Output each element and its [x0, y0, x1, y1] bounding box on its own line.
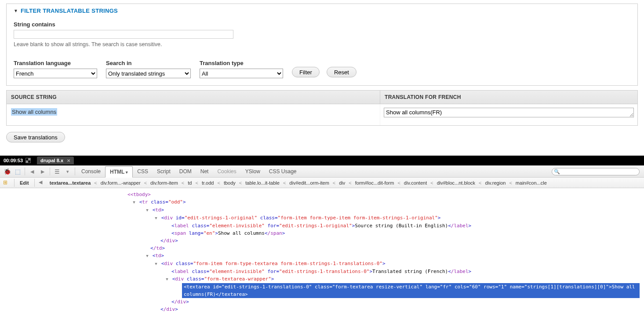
- timer: 00:09:53: [0, 158, 34, 163]
- source-string-cell: Show all columns: [7, 104, 380, 125]
- bc-item[interactable]: div: [336, 180, 348, 186]
- bc-item[interactable]: div.form-item: [148, 180, 181, 186]
- bc-item[interactable]: td: [185, 180, 194, 186]
- firebug-window-tabs: 00:09:53 drupal 8.x ✕: [0, 156, 644, 165]
- tab-html[interactable]: HTML▾: [105, 166, 133, 178]
- bc-item[interactable]: div.content: [401, 180, 429, 186]
- filter-fieldset: ▼ FILTER TRANSLATABLE STRINGS String con…: [6, 4, 638, 86]
- search-in-select[interactable]: Only translated strings: [106, 69, 191, 78]
- tab-net[interactable]: Net: [196, 166, 213, 177]
- th-translation: TRANSLATION FOR FRENCH: [380, 91, 637, 104]
- bc-item[interactable]: main#con...cle: [513, 180, 549, 186]
- search-in-label: Search in: [106, 60, 191, 66]
- bc-edit[interactable]: Edit: [17, 180, 32, 186]
- breadcrumb-bar: ⊞ Edit ◀ textarea...textarea< div.form..…: [0, 178, 644, 188]
- page-tab-label: drupal 8.x: [40, 158, 63, 163]
- th-source-string: SOURCE STRING: [7, 91, 380, 104]
- breadcrumb-trail: textarea...textarea< div.form...-wrapper…: [47, 180, 549, 186]
- save-translations-button[interactable]: Save translations: [6, 132, 65, 142]
- highlight-icon[interactable]: ⊞: [3, 179, 10, 186]
- firebug-search-input[interactable]: [552, 168, 640, 175]
- help-text: Leave blank to show all strings. The sea…: [14, 41, 630, 47]
- bc-item[interactable]: table.lo...it-table: [243, 180, 282, 186]
- translation-language-label: Translation language: [14, 60, 97, 66]
- table-row: Show all columns Show all columns(FR): [7, 104, 637, 125]
- tab-dom[interactable]: DOM: [175, 166, 196, 177]
- translation-textarea[interactable]: Show all columns(FR): [384, 108, 634, 117]
- translation-type-select[interactable]: All: [200, 69, 283, 78]
- page-tab[interactable]: drupal 8.x ✕: [37, 156, 74, 164]
- tab-cssusage[interactable]: CSS Usage: [265, 166, 301, 177]
- legend-text: FILTER TRANSLATABLE STRINGS: [21, 7, 118, 14]
- nav-fwd-icon[interactable]: ▶: [39, 167, 47, 175]
- source-string-text: Show all columns: [11, 108, 57, 116]
- nav-back-icon[interactable]: ◀: [28, 167, 36, 175]
- html-tree[interactable]: <<tbody> ▼ <tr class="odd"> ▼ <td> ▼ <di…: [0, 188, 644, 313]
- panel-menu-icon[interactable]: ☰: [53, 167, 61, 175]
- bc-item[interactable]: form#loc...dit-form: [353, 180, 397, 186]
- collapse-arrow-icon: ▼: [14, 8, 18, 13]
- panel-dd-icon[interactable]: ▾: [64, 167, 72, 175]
- firebug-toolbar: 🐞 ⬚ ◀ ▶ ☰ ▾ Console HTML▾ CSS Script DOM…: [0, 165, 644, 178]
- bc-item[interactable]: div#edit...orm-item: [287, 180, 331, 186]
- bc-item[interactable]: div#bloc...nt.block: [434, 180, 478, 186]
- bc-item[interactable]: tr.odd: [199, 180, 217, 186]
- translations-table: SOURCE STRING TRANSLATION FOR FRENCH Sho…: [6, 90, 638, 126]
- timer-text: 00:09:53: [4, 158, 23, 163]
- string-contains-input[interactable]: [14, 30, 233, 39]
- bc-item[interactable]: div.form...-wrapper: [98, 180, 143, 186]
- firebug-icon[interactable]: 🐞: [3, 167, 11, 175]
- search-icon: 🔍: [554, 169, 560, 175]
- tab-cookies[interactable]: Cookies: [213, 166, 240, 177]
- string-contains-label: String contains: [14, 21, 630, 28]
- tab-yslow[interactable]: YSlow: [241, 166, 265, 177]
- tab-script[interactable]: Script: [153, 166, 175, 177]
- filter-row: Translation language French Search in On…: [14, 60, 630, 78]
- inspect-icon[interactable]: ⬚: [14, 167, 22, 175]
- translation-cell: Show all columns(FR): [380, 104, 637, 125]
- bc-back-icon[interactable]: ◀: [39, 179, 46, 186]
- translation-language-select[interactable]: French: [14, 69, 97, 78]
- bc-item[interactable]: div.region: [483, 180, 509, 186]
- bc-item[interactable]: tbody: [221, 180, 238, 186]
- tab-console[interactable]: Console: [77, 166, 105, 177]
- fieldset-legend[interactable]: ▼ FILTER TRANSLATABLE STRINGS: [14, 4, 630, 18]
- qr-icon[interactable]: [25, 158, 31, 163]
- reset-button[interactable]: Reset: [327, 67, 357, 77]
- bc-item[interactable]: textarea...textarea: [47, 180, 94, 186]
- filter-button[interactable]: Filter: [292, 67, 320, 77]
- translation-type-label: Translation type: [200, 60, 283, 66]
- selected-node[interactable]: <textarea id="edit-strings-1-translation…: [182, 283, 640, 298]
- close-icon[interactable]: ✕: [67, 158, 70, 163]
- tab-css[interactable]: CSS: [133, 166, 153, 177]
